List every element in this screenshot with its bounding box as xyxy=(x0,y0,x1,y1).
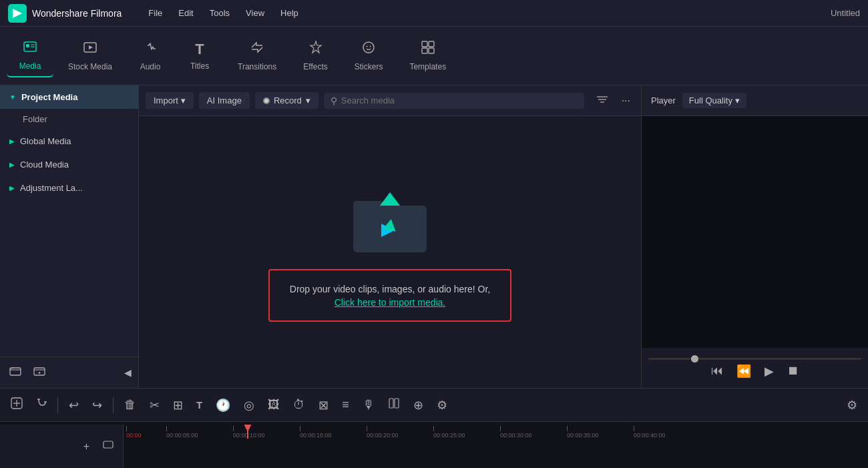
drop-text: Drop your video clips, images, or audio … xyxy=(290,282,490,296)
tab-stickers[interactable]: Stickers xyxy=(343,35,395,77)
track-folder-button[interactable] xyxy=(99,437,118,455)
tab-media[interactable]: Media xyxy=(7,34,53,77)
cut-button[interactable]: ✂ xyxy=(146,396,164,415)
folder-graphic xyxy=(347,182,433,256)
svg-rect-32 xyxy=(395,399,399,408)
tab-stock[interactable]: Stock Media xyxy=(56,35,124,77)
tab-stock-label: Stock Media xyxy=(68,62,112,71)
adjustment-label: Adjustment La... xyxy=(20,183,83,193)
menu-file[interactable]: File xyxy=(142,5,169,21)
import-media-link[interactable]: Click here to import media. xyxy=(335,297,446,308)
player-frame-back-button[interactable]: ⏪ xyxy=(736,364,751,379)
sidebar: ▼ Project Media Folder ▶ Global Media ▶ … xyxy=(0,85,139,388)
ruler-mark-1: 00:00:05:00 xyxy=(166,432,198,439)
player-stop-button[interactable]: ⏹ xyxy=(787,364,799,378)
ruler-mark-5: 00:00:25:00 xyxy=(433,432,465,439)
ai-image-button[interactable]: AI Image xyxy=(199,92,250,109)
svg-rect-16 xyxy=(10,368,21,375)
svg-rect-14 xyxy=(422,48,427,53)
add-track-plus-button[interactable]: + xyxy=(79,439,93,455)
svg-rect-31 xyxy=(389,399,393,408)
drop-zone: Drop your video clips, images, or audio … xyxy=(139,116,641,388)
search-input[interactable] xyxy=(341,95,578,105)
player-progress-thumb[interactable] xyxy=(691,355,698,363)
timeline: ↩ ↪ 🗑 ✂ ⊞ T 🕐 ◎ 🖼 ⏱ ⊠ ≡ 🎙 ⊕ ⚙ ⚙ + xyxy=(0,388,868,468)
player-skip-back-button[interactable]: ⏮ xyxy=(711,364,723,378)
text-button[interactable]: T xyxy=(192,397,206,413)
menu-items: File Edit Tools View Help xyxy=(142,5,817,21)
stock-icon xyxy=(83,40,97,59)
stabilize-button[interactable]: ◎ xyxy=(240,396,258,415)
sidebar-footer: ◀ xyxy=(0,357,138,388)
tab-effects[interactable]: Effects xyxy=(291,35,339,77)
delete-button[interactable]: 🗑 xyxy=(120,396,140,414)
player-progress-bar[interactable] xyxy=(648,358,861,360)
app-logo: Wondershare Filmora xyxy=(8,4,122,23)
sidebar-item-global[interactable]: ▶ Global Media xyxy=(0,130,138,153)
project-media-label: Project Media xyxy=(21,92,78,102)
redo-button[interactable]: ↪ xyxy=(88,396,106,415)
svg-rect-12 xyxy=(422,41,427,47)
window-title: Untitled xyxy=(831,8,860,18)
menu-tools[interactable]: Tools xyxy=(203,5,236,21)
voiceover-button[interactable]: 🎙 xyxy=(359,396,379,414)
menu-help[interactable]: Help xyxy=(274,5,305,21)
tab-templates[interactable]: Templates xyxy=(397,35,458,77)
settings-button[interactable]: ⚙ xyxy=(843,396,861,415)
undo-button[interactable]: ↩ xyxy=(65,396,83,415)
merge-button[interactable]: ⊕ xyxy=(409,396,427,415)
quality-label: Full Quality xyxy=(689,95,732,105)
app-name: Wondershare Filmora xyxy=(32,8,122,19)
player-play-button[interactable]: ▶ xyxy=(765,364,774,379)
image-button[interactable]: 🖼 xyxy=(264,396,284,414)
menu-edit[interactable]: Edit xyxy=(172,5,200,21)
arrow-icon-adj: ▶ xyxy=(9,184,15,192)
effects-btn[interactable] xyxy=(384,395,404,415)
timer-button[interactable]: ⏱ xyxy=(289,396,309,414)
eq-button[interactable]: ≡ xyxy=(338,396,353,414)
tab-transitions[interactable]: Transitions xyxy=(226,35,288,77)
ruler-mark-4: 00:00:20:00 xyxy=(367,432,399,439)
sidebar-collapse-button[interactable]: ◀ xyxy=(124,367,132,378)
record-dot-icon xyxy=(263,97,270,104)
search-icon: ⚲ xyxy=(331,95,337,106)
sidebar-item-adjustment[interactable]: ▶ Adjustment La... xyxy=(0,176,138,200)
tab-audio[interactable]: Audio xyxy=(127,35,174,77)
drop-zone-box: Drop your video clips, images, or audio … xyxy=(268,269,511,322)
svg-point-10 xyxy=(367,46,368,47)
record-button[interactable]: Record ▾ xyxy=(255,92,318,109)
filter-button[interactable] xyxy=(592,92,612,109)
svg-rect-17 xyxy=(34,368,45,375)
player-quality-selector[interactable]: Full Quality ▾ xyxy=(682,93,746,108)
svg-rect-22 xyxy=(353,201,383,210)
crop-button[interactable]: ⊞ xyxy=(169,396,187,415)
menu-view[interactable]: View xyxy=(239,5,271,21)
more-options-button[interactable]: ··· xyxy=(618,93,634,109)
grid-button[interactable]: ⊠ xyxy=(314,396,333,415)
import-button[interactable]: Import ▾ xyxy=(146,92,194,109)
player-buttons: ⏮ ⏪ ▶ ⏹ xyxy=(648,364,861,379)
clock-button[interactable]: 🕐 xyxy=(212,396,234,415)
more-tl-button[interactable]: ⚙ xyxy=(433,396,451,415)
add-track-button[interactable] xyxy=(7,395,27,415)
ruler-mark-6: 00:00:30:00 xyxy=(500,432,532,439)
svg-rect-3 xyxy=(26,44,29,47)
divider-1 xyxy=(57,397,58,413)
tab-titles[interactable]: T Titles xyxy=(176,35,223,76)
ruler-mark-8: 00:00:40:00 xyxy=(634,432,666,439)
new-folder-button[interactable] xyxy=(31,363,48,383)
tab-media-label: Media xyxy=(19,61,41,71)
sidebar-item-cloud[interactable]: ▶ Cloud Media xyxy=(0,153,138,176)
magnet-button[interactable] xyxy=(31,395,51,415)
arrow-icon-global: ▶ xyxy=(9,138,15,145)
svg-rect-33 xyxy=(103,441,113,448)
sidebar-item-project-media[interactable]: ▼ Project Media xyxy=(0,85,138,109)
add-folder-button[interactable] xyxy=(7,363,24,383)
import-label: Import xyxy=(154,95,178,105)
player-area: Player Full Quality ▾ ⏮ ⏪ ▶ ⏹ xyxy=(641,85,868,388)
sidebar-folder[interactable]: Folder xyxy=(0,109,138,130)
audio-icon xyxy=(143,40,158,59)
record-label: Record xyxy=(274,95,302,105)
player-controls: ⏮ ⏪ ▶ ⏹ xyxy=(642,348,868,388)
record-chevron-icon: ▾ xyxy=(306,95,310,105)
